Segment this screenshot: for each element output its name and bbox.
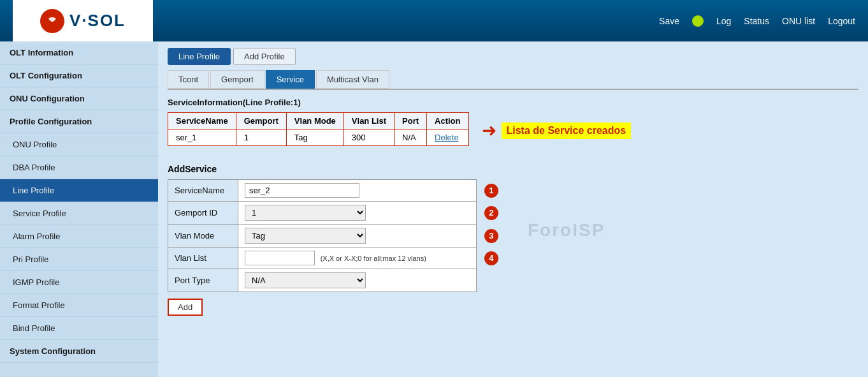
annotation-label: Lista de Service creados xyxy=(502,122,632,139)
sidebar-item-igmp-profile[interactable]: IGMP Profile xyxy=(0,271,158,294)
delete-link[interactable]: Delete xyxy=(435,133,459,142)
label-vlan-list: Vlan List xyxy=(168,248,238,269)
cell-port: N/A xyxy=(394,129,427,146)
col-header-vlan-list: Vlan List xyxy=(344,113,394,129)
form-row-gemport: Gemport ID 1 2 3 4 2 xyxy=(168,202,512,225)
main-layout: OLT Information OLT Configuration ONU Co… xyxy=(0,41,868,377)
save-button[interactable]: Save xyxy=(659,16,679,26)
gemport-id-select[interactable]: 1 2 3 4 xyxy=(245,205,366,221)
vlan-list-input[interactable] xyxy=(245,251,315,265)
tab-multicast-vlan[interactable]: Multicast Vlan xyxy=(316,70,389,89)
tabs-row2: Tcont Gemport Service Multicast Vlan xyxy=(168,70,858,90)
header-right: Save Log Status ONU list Logout xyxy=(153,15,855,27)
sidebar: OLT Information OLT Configuration ONU Co… xyxy=(0,41,158,377)
table-row: ser_1 1 Tag 300 N/A Delete xyxy=(168,129,469,146)
logo-icon xyxy=(40,9,64,33)
sidebar-item-olt-info[interactable]: OLT Information xyxy=(0,41,158,64)
form-row-service-name: ServiceName 1 xyxy=(168,180,512,202)
sidebar-item-pri-profile[interactable]: Pri Profile xyxy=(0,248,158,271)
sidebar-item-format-profile[interactable]: Format Profile xyxy=(0,294,158,317)
sidebar-item-onu-config[interactable]: ONU Configuration xyxy=(0,87,158,110)
col-header-vlan-mode: Vlan Mode xyxy=(286,113,344,129)
label-vlan-mode: Vlan Mode xyxy=(168,225,238,248)
logo-text: V·SOL xyxy=(69,11,126,31)
service-name-input[interactable] xyxy=(245,183,359,198)
col-header-service-name: ServiceName xyxy=(168,113,236,129)
badge-1: 1 xyxy=(484,184,498,198)
col-header-action: Action xyxy=(427,113,468,129)
sidebar-item-service-profile[interactable]: Service Profile xyxy=(0,202,158,225)
sidebar-item-onu-profile[interactable]: ONU Profile xyxy=(0,133,158,156)
tab-service[interactable]: Service xyxy=(266,70,315,89)
vlan-hint: (X,X or X-X;0 for all;max 12 vlans) xyxy=(321,255,426,262)
input-cell-service-name xyxy=(238,180,477,202)
sidebar-item-dba-profile[interactable]: DBA Profile xyxy=(0,156,158,179)
input-cell-gemport: 1 2 3 4 xyxy=(238,202,477,225)
input-cell-port-type: N/A ETH POTS xyxy=(238,269,477,292)
cell-vlan-mode: Tag xyxy=(286,129,344,146)
logout-link[interactable]: Logout xyxy=(828,16,855,26)
status-indicator xyxy=(692,15,704,27)
form-row-port-type: Port Type N/A ETH POTS xyxy=(168,269,512,292)
badge-3: 3 xyxy=(484,229,498,243)
tab-add-profile[interactable]: Add Profile xyxy=(233,48,296,65)
cell-gemport: 1 xyxy=(236,129,286,146)
cell-action[interactable]: Delete xyxy=(427,129,468,146)
col-header-port: Port xyxy=(394,113,427,129)
header: V·SOL Save Log Status ONU list Logout xyxy=(0,0,868,41)
add-service-form: ServiceName 1 Gemport ID 1 2 xyxy=(168,179,512,292)
input-cell-vlan-list: (X,X or X-X;0 for all;max 12 vlans) xyxy=(238,248,477,269)
watermark: ForoISP xyxy=(528,220,605,240)
arrow-icon: ➜ xyxy=(482,120,496,141)
cell-service-name: ser_1 xyxy=(168,129,236,146)
tab-line-profile[interactable]: Line Profile xyxy=(168,48,231,65)
input-cell-vlan-mode: Tag Transparent Translation xyxy=(238,225,477,248)
form-row-vlan-list: Vlan List (X,X or X-X;0 for all;max 12 v… xyxy=(168,248,512,269)
content-area: ForoISP Line Profile Add Profile Tcont G… xyxy=(158,41,868,377)
tab-tcont[interactable]: Tcont xyxy=(168,70,209,89)
badge-2: 2 xyxy=(484,206,498,220)
label-service-name: ServiceName xyxy=(168,180,238,202)
add-service-title: AddService xyxy=(168,164,858,174)
sidebar-item-profile-config[interactable]: Profile Configuration xyxy=(0,110,158,133)
logo-area: V·SOL xyxy=(13,0,153,41)
sidebar-item-system-config[interactable]: System Configuration xyxy=(0,340,158,363)
sidebar-item-line-profile[interactable]: Line Profile xyxy=(0,179,158,202)
status-link[interactable]: Status xyxy=(744,16,769,26)
service-info-title: ServiceInformation(Line Profile:1) xyxy=(168,98,858,107)
port-type-select[interactable]: N/A ETH POTS xyxy=(245,272,366,288)
tabs-row1: Line Profile Add Profile xyxy=(168,48,858,65)
onu-list-link[interactable]: ONU list xyxy=(782,16,815,26)
tab-gemport[interactable]: Gemport xyxy=(210,70,264,89)
col-header-gemport: Gemport xyxy=(236,113,286,129)
service-table: ServiceName Gemport Vlan Mode Vlan List … xyxy=(168,112,469,146)
vlan-mode-select[interactable]: Tag Transparent Translation xyxy=(245,228,366,244)
sidebar-item-olt-config[interactable]: OLT Configuration xyxy=(0,64,158,87)
badge-4: 4 xyxy=(484,251,498,265)
label-port-type: Port Type xyxy=(168,269,238,292)
sidebar-item-bind-profile[interactable]: Bind Profile xyxy=(0,317,158,340)
add-button[interactable]: Add xyxy=(168,299,203,316)
sidebar-item-alarm-profile[interactable]: Alarm Profile xyxy=(0,225,158,248)
log-link[interactable]: Log xyxy=(716,16,731,26)
label-gemport-id: Gemport ID xyxy=(168,202,238,225)
cell-vlan-list: 300 xyxy=(344,129,394,146)
form-row-vlan-mode: Vlan Mode Tag Transparent Translation 3 xyxy=(168,225,512,248)
